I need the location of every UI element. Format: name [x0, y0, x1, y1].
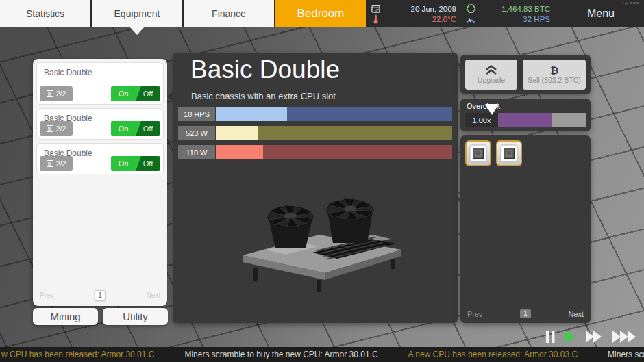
divider [460, 3, 460, 25]
ticker-item: w CPU has been released: Armor 30.01.C [1, 350, 154, 359]
prev-button[interactable]: Prev [467, 310, 483, 318]
fastest-forward-button[interactable] [612, 330, 637, 344]
equipment-list-item[interactable]: Basic Double 2/2 On Off [36, 62, 164, 105]
list-pagination: Prev 1 Next [40, 290, 160, 300]
equipment-list-item[interactable]: Basic Double 2/2 On Off [36, 143, 164, 174]
stat-track [216, 107, 452, 121]
pause-icon [545, 330, 556, 344]
equipment-controls: 2/2 On Off [40, 156, 160, 171]
stat-row-power: 523 W [178, 126, 452, 140]
power-toggle[interactable]: On Off [111, 156, 160, 171]
cpu-chip-icon [469, 144, 487, 162]
cpu-chip-icon [500, 144, 518, 162]
power-toggle[interactable]: On Off [111, 121, 160, 136]
prev-button[interactable]: Prev [40, 292, 54, 299]
menu-button[interactable]: Menu [558, 8, 644, 20]
equipment-controls: 2/2 On Off [40, 121, 160, 136]
tab-utility[interactable]: Utility [103, 308, 168, 325]
play-button[interactable] [565, 330, 576, 344]
ticker-item: A new CPU has been released: Armor 30.03… [408, 350, 578, 359]
fast-forward-icon [585, 330, 603, 344]
sell-button[interactable]: ₿ Sell (303.2 BTC) [523, 60, 586, 90]
equipment-field [73, 121, 110, 136]
slots-pagination: Prev 1 Next [467, 309, 584, 318]
stat-track [216, 145, 452, 159]
status-info: 20 Jun, 2009 22.0°C 1,464.83 BTC 32 HPS … [369, 0, 644, 27]
page-number: 1 [520, 309, 531, 318]
equipment-title: Basic Double [190, 55, 340, 84]
stat-fill [216, 107, 287, 121]
game-screen: Statistics Equipment Finance Bedroom 20 … [0, 0, 644, 362]
hashrate-value: 32 HPS [478, 14, 550, 24]
tab-statistics[interactable]: Statistics [0, 0, 90, 27]
stat-bars: 10 HPS 523 W 110 W [178, 107, 452, 159]
overclock-value: 1.00x [465, 113, 498, 127]
stat-fill [216, 145, 263, 159]
calendar-icon [369, 4, 382, 13]
bitcoin-icon: ₿ [550, 65, 558, 75]
next-button[interactable]: Next [146, 292, 160, 299]
ticker-item: Miners scramble to buy the new CPU: Armo… [184, 350, 377, 359]
overclock-slider[interactable]: 1.00x [465, 113, 586, 127]
ticker-item: Miners scramble to buy the new CPU: Armo… [608, 350, 644, 359]
page-number: 1 [95, 290, 106, 300]
cpu-slots-panel: Prev 1 Next [460, 135, 591, 323]
equipment-field [73, 156, 110, 171]
main-tabs: Statistics Equipment Finance Bedroom [0, 0, 366, 27]
rig-3d-render [236, 181, 407, 296]
category-tabs: Mining Utility [33, 308, 168, 325]
power-toggle[interactable]: On Off [111, 86, 160, 101]
slot-count-badge: 2/2 [40, 156, 73, 171]
stat-label: 110 W [178, 145, 215, 159]
equipment-list-panel: Basic Double 2/2 On Off Basic Double 2/2… [33, 59, 167, 306]
stat-track [216, 126, 452, 140]
equipment-controls: 2/2 On Off [40, 86, 160, 101]
slot-count-badge: 2/2 [40, 86, 73, 101]
cpu-slots-row [460, 135, 591, 171]
slider-fill [498, 113, 552, 127]
temperature-value: 22.0°C [382, 14, 456, 24]
slot-count: 2/2 [56, 125, 66, 133]
slot-count-badge: 2/2 [40, 121, 73, 136]
equipment-description: Basic chassis with an extra CPU slot [191, 91, 336, 101]
stat-fill [216, 126, 258, 140]
overclock-panel: Overclock 1.00x [460, 99, 591, 131]
next-button[interactable]: Next [568, 310, 584, 318]
tab-mining[interactable]: Mining [33, 308, 98, 325]
fan-right [327, 198, 373, 243]
cpu-chip-icon [47, 160, 53, 167]
fast-forward-button[interactable] [585, 330, 603, 344]
thermometer-icon [369, 14, 382, 24]
slider-track [552, 113, 586, 127]
btc-balance: 1,464.83 BTC [478, 4, 550, 14]
active-tab-pointer [129, 27, 145, 35]
equipment-field [73, 86, 110, 101]
cpu-slot-2[interactable] [496, 140, 522, 166]
tab-finance[interactable]: Finance [184, 0, 274, 27]
cpu-slot-1[interactable] [465, 140, 491, 166]
news-ticker: w CPU has been released: Armor 30.01.C M… [0, 347, 644, 362]
equipment-detail-panel: Basic Double Basic chassis with an extra… [173, 53, 458, 323]
cpu-chip-icon [47, 125, 53, 132]
play-icon [565, 330, 576, 344]
stat-label: 10 HPS [178, 107, 215, 121]
upgrade-label: Upgrade [478, 76, 505, 84]
overclock-slider-thumb[interactable] [485, 104, 499, 115]
date-value: 20 Jun, 2009 [382, 4, 456, 14]
double-chevron-up-icon [485, 65, 497, 75]
tab-bedroom[interactable]: Bedroom [275, 0, 366, 27]
fastest-forward-icon [612, 330, 637, 344]
top-bar: Statistics Equipment Finance Bedroom 20 … [0, 0, 644, 27]
hashrate-gauge-icon [464, 16, 478, 23]
stat-row-heat: 110 W [178, 145, 452, 159]
cpu-chip-icon [47, 90, 53, 97]
pause-button[interactable] [545, 330, 556, 344]
upgrade-button[interactable]: Upgrade [465, 60, 517, 90]
equipment-list-item[interactable]: Basic Double 2/2 On Off [36, 108, 164, 140]
fps-counter: 16 FPS [622, 1, 640, 6]
divider [554, 3, 554, 25]
actions-panel: Upgrade ₿ Sell (303.2 BTC) [460, 55, 591, 94]
bitcoin-hex-icon [464, 3, 478, 14]
equipment-name: Basic Double [37, 63, 163, 77]
tab-equipment[interactable]: Equipment [92, 0, 182, 27]
